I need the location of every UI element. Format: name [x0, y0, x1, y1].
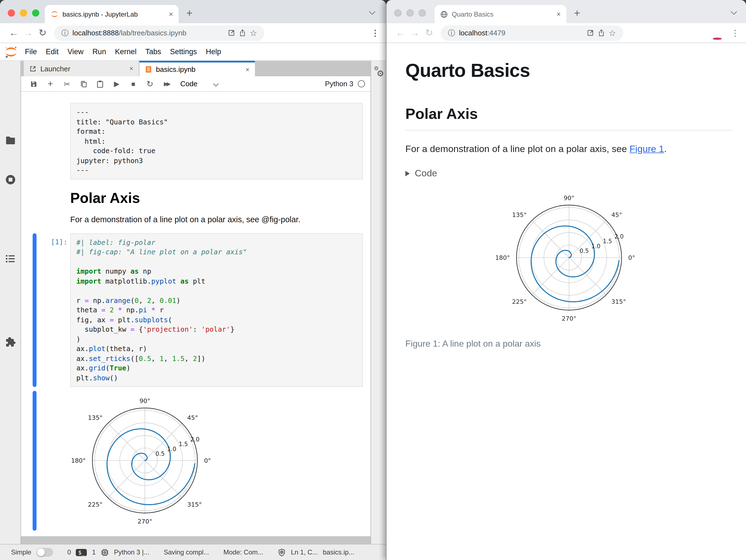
extensions-icon[interactable]	[5, 336, 16, 347]
saving-status: Saving compl...	[164, 549, 209, 556]
cell-type-select[interactable]: Code	[180, 80, 197, 88]
output-collapser[interactable]	[33, 391, 36, 531]
jupyter-logo	[4, 45, 18, 58]
restart-kernel-icon[interactable]: ↻	[142, 79, 158, 89]
input-collapser[interactable]	[33, 233, 36, 387]
desktop: basics.ipynb - JupyterLab × + ← → ↻ ⓘ lo…	[0, 0, 746, 560]
back-icon[interactable]: ←	[393, 27, 407, 38]
svg-text:315°: 315°	[187, 501, 202, 508]
close-icon[interactable]: ×	[130, 65, 133, 72]
restart-run-all-icon[interactable]: ▶▶	[158, 81, 175, 87]
tab-title: basics.ipynb - JupyterLab	[62, 10, 165, 18]
cell-gutter: [1]:	[21, 233, 70, 387]
running-sessions-icon[interactable]	[5, 174, 16, 185]
browser-menu-icon[interactable]: ⋮	[731, 28, 739, 38]
svg-text:45°: 45°	[187, 414, 198, 421]
svg-text:135°: 135°	[512, 211, 527, 218]
browser-tab-quarto[interactable]: Quarto Basics ×	[435, 5, 566, 23]
svg-text:1.5: 1.5	[603, 238, 612, 245]
terminals-count[interactable]: 0	[67, 549, 71, 556]
tab-overview-chevron-icon[interactable]	[731, 8, 737, 15]
cursor-position[interactable]: Ln 1, C...	[291, 549, 318, 556]
raw-cell-editor[interactable]: ---title: "Quarto Basics"format: html: c…	[70, 103, 363, 179]
menu-help[interactable]: Help	[201, 48, 226, 56]
close-icon[interactable]: ×	[246, 65, 250, 73]
figure-1-link[interactable]: Figure 1	[630, 144, 664, 154]
kernels-count[interactable]: 1	[92, 549, 96, 556]
kernel-name[interactable]: Python 3	[325, 80, 353, 88]
site-info-icon[interactable]: ⓘ	[61, 28, 68, 38]
notebook-file-icon	[145, 66, 152, 73]
code-cell-editor[interactable]: #| label: fig-polar#| fig-cap: "A line p…	[70, 233, 363, 387]
browser-tab-jupyterlab[interactable]: basics.ipynb - JupyterLab ×	[45, 5, 179, 23]
address-bar[interactable]: ⓘ localhost:8888/lab/tree/basics.ipynb ☆	[54, 25, 264, 41]
dock-tabbar: Launcher × basics.ipynb ×	[21, 61, 371, 76]
menu-tabs[interactable]: Tabs	[141, 48, 166, 56]
browser-menu-icon[interactable]: ⋮	[371, 28, 379, 38]
tab-close-icon[interactable]: ×	[169, 10, 173, 18]
menu-view[interactable]: View	[63, 48, 88, 56]
table-of-contents-icon[interactable]	[5, 253, 16, 264]
menu-settings[interactable]: Settings	[166, 48, 202, 56]
menu-run[interactable]: Run	[88, 48, 111, 56]
zoom-window-button[interactable]	[419, 9, 426, 17]
reload-icon[interactable]: ↻	[422, 27, 436, 39]
chevron-down-icon[interactable]	[213, 81, 219, 87]
open-in-new-icon[interactable]	[228, 29, 235, 36]
svg-text:270°: 270°	[562, 315, 576, 322]
kernel-status-icon[interactable]	[358, 80, 365, 87]
zoom-window-button[interactable]	[32, 9, 39, 17]
tab-overview-chevron-icon[interactable]	[369, 8, 375, 15]
svg-text:180°: 180°	[495, 254, 510, 261]
body-paragraph: For a demonstration of a line plot on a …	[405, 144, 733, 155]
svg-text:1.5: 1.5	[179, 441, 188, 447]
svg-text:1.0: 1.0	[591, 243, 600, 249]
paste-cell-icon[interactable]	[92, 80, 108, 88]
forward-icon[interactable]: →	[407, 27, 422, 38]
jupyterlab-statusbar: Simple 0 $_ 1 Python 3 |... Saving compl…	[0, 544, 386, 560]
code-fold-summary[interactable]: Code	[405, 168, 733, 179]
bookmark-star-icon[interactable]: ☆	[250, 28, 257, 38]
browser-tabstrip: Quarto Basics × +	[386, 0, 746, 23]
statusbar-filename[interactable]: basics.ip...	[323, 549, 354, 556]
address-bar[interactable]: ⓘ localhost:4479 ☆	[441, 25, 623, 41]
new-tab-button[interactable]: +	[186, 7, 193, 19]
forward-icon[interactable]: →	[21, 27, 35, 38]
dock-tab-launcher[interactable]: Launcher ×	[24, 61, 139, 76]
menu-edit[interactable]: Edit	[41, 48, 63, 56]
minimize-window-button[interactable]	[406, 9, 414, 17]
mode-indicator[interactable]: Mode: Com...	[223, 549, 263, 556]
disclosure-triangle-icon	[405, 171, 410, 176]
activity-bar	[0, 61, 21, 544]
close-window-button[interactable]	[8, 9, 15, 17]
svg-text:270°: 270°	[138, 518, 152, 525]
tab-close-icon[interactable]: ×	[556, 10, 561, 18]
site-info-icon[interactable]: ⓘ	[448, 28, 455, 38]
svg-text:0.5: 0.5	[579, 248, 589, 254]
new-tab-button[interactable]: +	[574, 7, 580, 19]
interrupt-kernel-icon[interactable]: ■	[125, 80, 142, 88]
share-icon[interactable]	[598, 29, 605, 36]
menu-file[interactable]: File	[21, 48, 41, 56]
reload-icon[interactable]: ↻	[35, 27, 50, 39]
close-window-button[interactable]	[394, 9, 401, 17]
menu-kernel[interactable]: Kernel	[111, 48, 141, 56]
bookmark-star-icon[interactable]: ☆	[609, 28, 616, 38]
shield-x-icon[interactable]	[278, 548, 286, 556]
open-in-new-icon[interactable]	[586, 29, 594, 36]
share-icon[interactable]	[239, 29, 246, 36]
copy-cell-icon[interactable]	[75, 80, 92, 88]
cut-cell-icon[interactable]: ✂	[59, 79, 75, 88]
svg-text:0°: 0°	[204, 457, 211, 464]
kernel-status-text[interactable]: Python 3 |...	[114, 549, 149, 556]
minimize-window-button[interactable]	[20, 9, 27, 17]
file-browser-icon[interactable]	[5, 135, 16, 146]
globe-icon	[440, 10, 448, 18]
simple-mode-toggle[interactable]	[36, 548, 53, 557]
back-icon[interactable]: ←	[7, 27, 21, 38]
simple-mode-label: Simple	[11, 549, 31, 556]
add-cell-icon[interactable]: +	[42, 78, 59, 89]
run-cell-icon[interactable]: ▶	[108, 80, 125, 88]
save-icon[interactable]	[25, 80, 42, 88]
dock-tab-notebook[interactable]: basics.ipynb ×	[139, 61, 255, 76]
